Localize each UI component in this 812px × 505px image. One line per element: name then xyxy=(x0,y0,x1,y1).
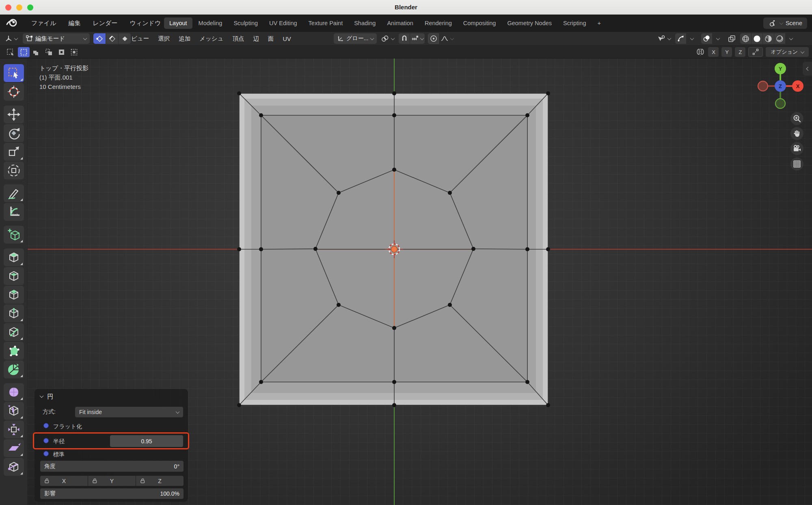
workspace-tab-animation[interactable]: Animation xyxy=(382,17,418,29)
toggle-ortho-button[interactable] xyxy=(790,158,803,170)
workspace-tab-scripting[interactable]: Scripting xyxy=(558,17,591,29)
radius-toggle[interactable] xyxy=(43,438,49,443)
pan-tool-button[interactable] xyxy=(790,127,803,140)
workspace-tab-compositing[interactable]: Compositing xyxy=(458,17,501,29)
topbar-menu-2[interactable]: レンダー xyxy=(87,18,123,29)
gizmo-x-neg-axis[interactable] xyxy=(758,81,768,91)
regular-toggle[interactable] xyxy=(43,451,49,456)
sidebar-expand-tab[interactable] xyxy=(803,62,812,76)
axis-y-button[interactable]: Y xyxy=(88,476,136,486)
axis-x-button[interactable]: X xyxy=(40,476,88,486)
tool-bevel[interactable] xyxy=(4,286,24,304)
editor-type-button[interactable] xyxy=(3,33,19,44)
tool-smooth[interactable] xyxy=(4,383,24,401)
select-invert-button[interactable] xyxy=(56,47,67,57)
viewport-menu-1[interactable]: 選択 xyxy=(153,33,174,44)
tool-move[interactable] xyxy=(4,106,24,123)
workspace-tab-modeling[interactable]: Modeling xyxy=(193,17,228,29)
material-shading-button[interactable] xyxy=(763,33,774,44)
mirror-y-button[interactable]: Y xyxy=(721,47,732,57)
select-set-button[interactable] xyxy=(18,47,30,57)
tool-knife[interactable] xyxy=(4,323,24,341)
workspace-tab-uv-editing[interactable]: UV Editing xyxy=(264,17,302,29)
show-overlays-toggle[interactable] xyxy=(701,33,712,44)
mirror-z-button[interactable]: Z xyxy=(735,47,745,57)
angle-value: 0° xyxy=(174,463,179,470)
tool-add-cube[interactable] xyxy=(4,226,24,244)
mode-dropdown[interactable]: 編集モード xyxy=(23,33,90,44)
workspace-tab-+[interactable]: + xyxy=(592,17,606,29)
snap-toggle-button[interactable] xyxy=(399,33,410,44)
viewport-menu-6[interactable]: 面 xyxy=(263,33,279,44)
tool-poly-build[interactable] xyxy=(4,342,24,360)
tool-cursor[interactable] xyxy=(4,83,24,101)
show-gizmo-toggle[interactable] xyxy=(675,33,686,44)
tool-scale[interactable] xyxy=(4,143,24,161)
axis-z-button[interactable]: Z xyxy=(136,476,184,486)
scene-selector[interactable]: Scene xyxy=(763,17,807,29)
navigation-gizmo[interactable]: Y X Z xyxy=(754,60,807,112)
tool-transform[interactable] xyxy=(4,162,24,179)
overlays-dropdown[interactable] xyxy=(713,33,723,44)
blender-logo-icon[interactable] xyxy=(6,18,18,28)
angle-slider[interactable]: 角度 0° xyxy=(40,461,184,472)
select-subtract-button[interactable] xyxy=(43,47,55,57)
falloff-dropdown[interactable] xyxy=(439,33,455,44)
tool-select-box[interactable] xyxy=(4,64,24,82)
snap-base-button[interactable] xyxy=(748,47,763,57)
solid-shading-button[interactable] xyxy=(752,33,762,44)
wireframe-shading-button[interactable] xyxy=(740,33,751,44)
tool-annotate[interactable] xyxy=(4,184,24,202)
tool-loop-cut[interactable] xyxy=(4,304,24,322)
select-intersect-button[interactable] xyxy=(68,47,80,57)
workspace-tab-shading[interactable]: Shading xyxy=(349,17,381,29)
tool-settings-row: X Y Z オプション xyxy=(0,46,812,58)
pivot-point-dropdown[interactable] xyxy=(380,33,395,44)
workspace-tab-layout[interactable]: Layout xyxy=(164,17,192,29)
options-dropdown[interactable]: オプション xyxy=(766,47,809,57)
mirror-x-button[interactable]: X xyxy=(708,47,719,57)
operator-panel-header[interactable]: 円 xyxy=(40,393,53,401)
viewport-menu-3[interactable]: メッシュ xyxy=(195,33,228,44)
tool-rotate[interactable] xyxy=(4,124,24,142)
select-extend-button[interactable] xyxy=(30,47,42,57)
xray-toggle[interactable] xyxy=(727,33,736,44)
tool-edge-slide[interactable] xyxy=(4,402,24,420)
topbar-menu-0[interactable]: ファイル xyxy=(26,18,61,29)
viewport-menu-0[interactable]: ビュー xyxy=(127,33,153,44)
edge-select-button[interactable] xyxy=(106,33,118,44)
tool-inset-faces[interactable] xyxy=(4,267,24,285)
flatten-toggle[interactable] xyxy=(43,423,49,428)
radius-input[interactable]: 0.95 xyxy=(110,435,183,447)
viewport-3d[interactable]: トップ・平行投影 (1) 平面.001 10 Centimeters Y X Z xyxy=(28,58,812,505)
tool-measure[interactable] xyxy=(4,203,24,221)
tool-rip-region[interactable] xyxy=(4,458,24,476)
viewport-menu-7[interactable]: UV xyxy=(279,34,296,44)
tool-shear[interactable] xyxy=(4,439,24,457)
workspace-tab-texture-paint[interactable]: Texture Paint xyxy=(303,17,348,29)
rendered-shading-button[interactable] xyxy=(774,33,785,44)
tool-spin[interactable] xyxy=(4,360,24,378)
shading-dropdown[interactable] xyxy=(786,33,797,44)
tool-extrude-region[interactable] xyxy=(4,248,24,266)
viewport-menu-4[interactable]: 頂点 xyxy=(228,33,249,44)
tool-shrink-fatten[interactable] xyxy=(4,421,24,438)
gizmo-dropdown[interactable] xyxy=(687,33,698,44)
viewport-menu-5[interactable]: 辺 xyxy=(249,33,264,44)
topbar-menu-1[interactable]: 編集 xyxy=(63,18,86,29)
vertex-select-button[interactable] xyxy=(93,33,106,44)
gizmo-y-neg-axis[interactable] xyxy=(775,99,785,108)
topbar-menu-3[interactable]: ウィンドウ xyxy=(124,18,166,29)
camera-view-button[interactable] xyxy=(790,142,803,155)
workspace-tab-rendering[interactable]: Rendering xyxy=(419,17,457,29)
zoom-tool-button[interactable] xyxy=(790,112,803,125)
workspace-tab-sculpting[interactable]: Sculpting xyxy=(228,17,263,29)
method-dropdown[interactable]: Fit inside xyxy=(75,407,183,417)
snap-with-button[interactable] xyxy=(410,33,425,44)
visibility-filter-dropdown[interactable] xyxy=(657,33,672,44)
influence-slider[interactable]: 影響 100.0% xyxy=(40,488,184,499)
workspace-tab-geometry-nodes[interactable]: Geometry Nodes xyxy=(502,17,557,29)
proportional-edit-toggle[interactable] xyxy=(428,33,439,44)
transform-orientation-dropdown[interactable]: グロー... xyxy=(334,33,377,44)
viewport-menu-2[interactable]: 追加 xyxy=(174,33,195,44)
